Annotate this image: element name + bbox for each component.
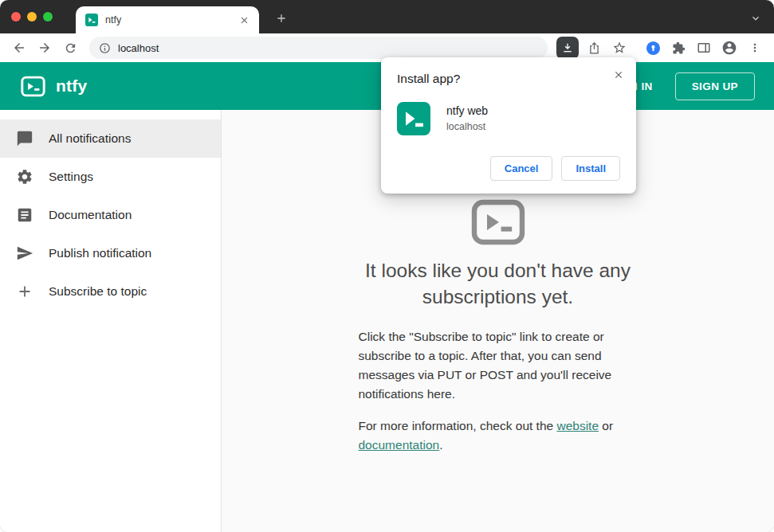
new-tab-button[interactable] [273,10,290,27]
browser-menu-dots-icon[interactable] [744,37,766,59]
empty-state-paragraph: Click the "Subscribe to topic" link to c… [359,327,638,404]
dialog-app-name: ntfy web [446,104,488,117]
address-bar[interactable]: localhost [89,37,548,59]
send-icon [15,244,34,263]
extensions-puzzle-icon[interactable] [667,37,690,59]
back-button[interactable] [8,37,30,59]
site-info-icon[interactable] [99,42,111,54]
fullscreen-window-button[interactable] [43,12,53,22]
documentation-link[interactable]: documentation [359,438,440,452]
empty-state-text: Click the "Subscribe to topic" link to c… [359,327,638,467]
documentation-article-icon [15,205,34,225]
dialog-app-origin: localhost [446,121,488,132]
sidebar-item-all-notifications[interactable]: All notifications [0,119,221,158]
empty-state-more-info: For more information, check out the webs… [359,417,638,455]
side-panel-icon[interactable] [693,37,715,59]
password-extension-icon[interactable] [642,37,664,59]
tab-list-chevron-icon[interactable] [747,10,764,27]
cancel-button[interactable]: Cancel [490,156,553,181]
ntfy-empty-state-icon [471,199,525,248]
settings-gear-icon [15,167,34,186]
chat-bubble-icon [15,129,34,148]
more-info-prefix: For more information, check out the [359,419,557,432]
more-info-suffix: . [439,438,442,452]
app-title: ntfy [56,76,87,96]
dialog-title: Install app? [397,72,620,86]
sidebar-item-publish-notification[interactable]: Publish notification [0,234,221,272]
sidebar-item-documentation[interactable]: Documentation [0,196,221,234]
profile-avatar-icon[interactable] [718,37,741,59]
reload-button[interactable] [59,37,81,59]
url-text: localhost [118,42,159,54]
sidebar: All notifications Settings Documentation… [0,110,222,532]
toolbar-extensions-group [640,37,768,59]
install-app-dialog: Install app? ntfy web localhost Cancel I… [381,57,636,194]
tab-close-icon[interactable] [237,13,251,27]
browser-window: ntfy localhost [0,0,774,532]
close-window-button[interactable] [11,12,21,22]
tab-title: ntfy [105,14,237,25]
dialog-app-text: ntfy web localhost [446,102,488,132]
sidebar-item-label: Documentation [49,208,132,222]
sidebar-item-subscribe-to-topic[interactable]: Subscribe to topic [0,272,221,311]
dialog-close-icon[interactable] [611,67,627,83]
sidebar-item-label: Subscribe to topic [49,284,147,299]
sidebar-item-label: Publish notification [49,246,151,260]
plus-icon [15,282,34,301]
forward-button[interactable] [33,37,56,59]
share-icon[interactable] [583,37,605,59]
more-info-middle: or [599,419,613,432]
empty-state-heading: It looks like you don't have any subscri… [339,258,658,310]
dialog-app-row: ntfy web localhost [397,102,620,135]
sign-up-button[interactable]: SIGN UP [675,72,755,100]
window-controls [11,12,53,22]
dialog-buttons: Cancel Install [397,156,620,181]
browser-tab-ntfy[interactable]: ntfy [76,6,259,33]
minimize-window-button[interactable] [27,12,37,22]
install-app-icon[interactable] [556,37,579,59]
ntfy-logo-icon [21,76,45,97]
website-link[interactable]: website [556,419,599,432]
bookmark-star-icon[interactable] [608,37,631,59]
sidebar-item-settings[interactable]: Settings [0,158,221,196]
install-button[interactable]: Install [561,156,620,181]
sidebar-item-label: Settings [49,170,93,184]
ntfy-favicon-icon [85,14,98,26]
sidebar-item-label: All notifications [49,131,131,146]
tab-strip: ntfy [0,0,774,33]
ntfy-app-icon [397,102,430,135]
